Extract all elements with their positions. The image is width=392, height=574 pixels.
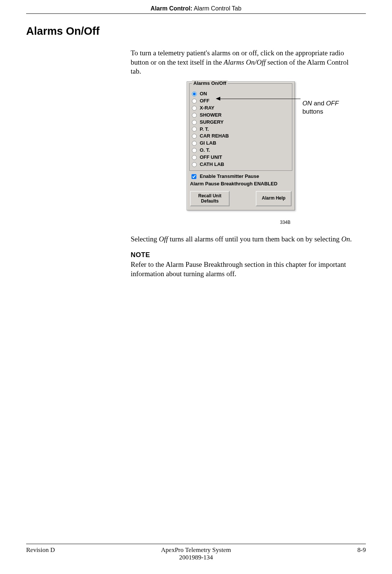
radio-input[interactable] <box>192 155 197 160</box>
radio-option-o-t-[interactable]: O. T. <box>192 147 290 154</box>
groupbox-legend: Alarms On/Off <box>192 80 228 87</box>
alarm-pause-status: Alarm Pause Breakthrough ENABLED <box>190 181 292 187</box>
running-header: Alarm Control: Alarm Control Tab <box>26 5 366 13</box>
radio-option-p-t-[interactable]: P. T. <box>192 126 290 133</box>
radio-option-on[interactable]: ON <box>192 90 290 98</box>
radio-label: GI LAB <box>200 140 216 146</box>
radio-label: SURGERY <box>200 119 224 126</box>
paragraph-intro: To turn a telemetry patient's alarms on … <box>131 49 355 76</box>
alarm-help-button[interactable]: Alarm Help <box>256 191 292 206</box>
enable-transmitter-pause-checkbox[interactable]: Enable Transmitter Pause <box>190 173 292 180</box>
radio-option-off-unit[interactable]: OFF UNIT <box>192 154 290 161</box>
radio-label: CATH LAB <box>200 161 224 168</box>
section-title: Alarms On/Off <box>26 25 366 37</box>
checkbox-input[interactable] <box>192 174 196 179</box>
radio-option-shower[interactable]: SHOWER <box>192 112 290 119</box>
radio-input[interactable] <box>192 162 197 167</box>
footer-page-number: 8-9 <box>314 546 366 561</box>
radio-input[interactable] <box>192 134 197 139</box>
checkbox-label: Enable Transmitter Pause <box>200 173 259 180</box>
radio-option-surgery[interactable]: SURGERY <box>192 119 290 126</box>
button-row: Recall Unit Defaults Alarm Help <box>189 191 292 206</box>
note-body: Refer to the Alarm Pause Breakthrough se… <box>131 260 355 278</box>
radio-label: OFF <box>200 98 209 104</box>
alarms-dialog: Alarms On/Off ONOFFX-RAYSHOWERSURGERYP. … <box>187 81 295 210</box>
recall-unit-defaults-button[interactable]: Recall Unit Defaults <box>190 191 230 206</box>
header-rule <box>26 13 366 14</box>
radio-input[interactable] <box>192 113 197 118</box>
radio-option-car-rehab[interactable]: CAR REHAB <box>192 133 290 140</box>
callout-arrow <box>217 99 301 99</box>
radio-input[interactable] <box>192 127 197 132</box>
radio-input[interactable] <box>192 141 197 146</box>
radio-option-cath-lab[interactable]: CATH LAB <box>192 161 290 168</box>
page-footer: Revision D ApexPro Telemetry System 2001… <box>26 544 366 561</box>
radio-label: SHOWER <box>200 112 222 118</box>
radio-option-x-ray[interactable]: X-RAY <box>192 105 290 112</box>
radio-input[interactable] <box>192 92 197 96</box>
alarms-groupbox: Alarms On/Off ONOFFX-RAYSHOWERSURGERYP. … <box>189 83 292 171</box>
radio-label: ON <box>200 91 207 97</box>
radio-input[interactable] <box>192 120 197 125</box>
figure: Alarms On/Off ONOFFX-RAYSHOWERSURGERYP. … <box>131 81 355 231</box>
radio-label: CAR REHAB <box>200 133 229 139</box>
figure-id: 334B <box>280 220 290 226</box>
radio-label: X-RAY <box>200 105 214 111</box>
note-heading: NOTE <box>131 251 355 259</box>
radio-input[interactable] <box>192 148 197 153</box>
radio-label: P. T. <box>200 126 209 133</box>
radio-input[interactable] <box>192 99 197 104</box>
footer-center: ApexPro Telemetry System 2001989-134 <box>78 546 314 561</box>
header-bold: Alarm Control: <box>150 5 192 12</box>
radio-label: OFF UNIT <box>200 154 222 161</box>
footer-revision: Revision D <box>26 546 78 561</box>
radio-label: O. T. <box>200 147 210 154</box>
paragraph-off: Selecting Off turns all alarms off until… <box>131 235 355 244</box>
callout-label: ON and OFF buttons <box>302 99 339 116</box>
radio-option-gi-lab[interactable]: GI LAB <box>192 140 290 147</box>
radio-input[interactable] <box>192 106 197 111</box>
header-rest: Alarm Control Tab <box>192 5 241 12</box>
